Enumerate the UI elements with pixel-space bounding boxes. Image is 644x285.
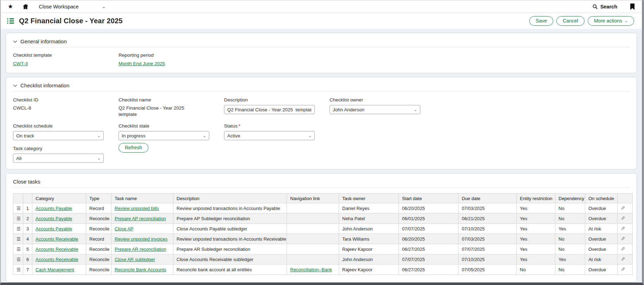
favorites-star-icon[interactable]: ★ [8, 4, 13, 10]
description-input[interactable] [224, 105, 315, 114]
category-link[interactable]: Accounts Payable [36, 226, 72, 231]
field-label: Checklist template [13, 52, 119, 58]
chevron-down-icon: ⌄ [97, 156, 101, 160]
category-link[interactable]: Cash Management [36, 267, 74, 272]
edit-cell[interactable]: ✎ [618, 224, 633, 234]
chevron-down-icon: ⌄ [102, 5, 106, 9]
checklist-schedule-select[interactable]: On track ⌄ [13, 131, 104, 140]
navigation-link[interactable]: Reconciliation--Bank [290, 267, 332, 272]
drag-handle-cell[interactable]: ☰ [13, 203, 23, 213]
navigation-link-cell [287, 213, 339, 224]
drag-handle-cell[interactable]: ☰ [13, 213, 23, 224]
entity-restriction-cell: No [517, 265, 555, 275]
collapse-chevron-icon[interactable] [13, 84, 17, 87]
entity-restriction-cell: Yes [517, 203, 555, 213]
due-date-cell: 07/05/2025 [459, 265, 517, 275]
checklist-icon[interactable] [7, 18, 14, 24]
save-button[interactable]: Save [529, 16, 553, 26]
status-select[interactable]: Active ⌄ [224, 131, 315, 140]
checklist-id-field: Checklist ID CWCL-8 [13, 97, 119, 111]
selected-value: Active [227, 133, 240, 138]
drag-handle-cell[interactable]: ☰ [13, 254, 23, 265]
category-link[interactable]: Accounts Receivable [36, 236, 78, 242]
checklist-schedule-field: Checklist schedule On track ⌄ [13, 123, 119, 140]
general-information-section: General information Checklist template C… [6, 33, 637, 73]
task-name-link[interactable]: Prepare AR reconciliation [115, 247, 166, 252]
task-owner-cell: John Anderson [339, 224, 399, 234]
category-link[interactable]: Accounts Payable [36, 206, 72, 211]
task-name-link[interactable]: Close AP [115, 226, 133, 231]
bookmark-icon[interactable] [630, 4, 635, 10]
chevron-down-icon: ⌄ [97, 134, 101, 138]
type-cell: Reconcile [86, 213, 111, 224]
dependency-cell: No [555, 265, 585, 275]
drag-handle-cell[interactable]: ☰ [13, 234, 23, 244]
more-actions-button[interactable]: More actions ⌄ [588, 16, 634, 26]
edit-cell[interactable]: ✎ [618, 203, 633, 213]
due-date-cell: 07/03/2025 [459, 234, 517, 244]
checklist-template-link[interactable]: CWT-3 [13, 61, 28, 66]
task-category-select[interactable]: All ⌄ [13, 154, 104, 163]
drag-handle-cell[interactable]: ☰ [13, 265, 23, 275]
category-cell: Accounts Receivable [32, 244, 86, 254]
category-link[interactable]: Accounts Payable [36, 216, 72, 221]
category-cell: Cash Management [32, 265, 86, 275]
checklist-state-select[interactable]: In progress ⌄ [119, 131, 209, 140]
refresh-button[interactable]: Refresh [119, 143, 148, 153]
drag-handle-cell[interactable]: ☰ [13, 224, 23, 234]
cancel-button[interactable]: Cancel [556, 16, 585, 26]
row-number-cell: 3 [23, 224, 32, 234]
task-name-link[interactable]: Reconcile Bank Accounts [115, 267, 166, 272]
type-cell: Reconcile [86, 224, 111, 234]
description-cell: Reconcile bank account at all entities [173, 265, 287, 275]
task-name-cell: Close AR subledger [111, 254, 173, 265]
category-cell: Accounts Receivable [32, 234, 86, 244]
search-button[interactable]: Search [592, 4, 617, 10]
description-cell: Review unposted transactions in Accounts… [173, 203, 287, 213]
column-header: Task owner [339, 194, 399, 203]
category-link[interactable]: Accounts Receivable [36, 247, 78, 252]
category-link[interactable]: Accounts Receivable [36, 257, 78, 262]
edit-cell[interactable]: ✎ [618, 244, 633, 254]
home-icon[interactable] [22, 3, 29, 10]
task-owner-cell: Daniel Reyes [339, 203, 399, 213]
search-label: Search [600, 4, 617, 10]
reporting-period-link[interactable]: Month End June 2025 [119, 61, 165, 66]
workspace-selector[interactable]: Close Workspace ⌄ [39, 4, 106, 10]
column-header: Start date [399, 194, 459, 203]
task-name-link[interactable]: Close AR subledger [115, 257, 155, 262]
edit-cell[interactable]: ✎ [618, 254, 633, 265]
column-header: Entity restriction [517, 194, 555, 203]
reporting-period-field: Reporting period Month End June 2025 [119, 52, 224, 67]
start-date-cell: 06/20/2025 [399, 203, 459, 213]
top-navigation-bar: ★ Close Workspace ⌄ Search [1, 0, 642, 13]
on-schedule-cell: Overdue [585, 203, 618, 213]
selected-value: All [16, 156, 21, 161]
table-row: ☰ 7 Cash Management Reconcile Reconcile … [13, 265, 633, 275]
edit-pencil-icon: ✎ [621, 215, 625, 222]
page-title: Q2 Financial Close - Year 2025 [19, 17, 123, 25]
page-header: Q2 Financial Close - Year 2025 Save Canc… [1, 13, 642, 29]
edit-cell[interactable]: ✎ [618, 213, 633, 224]
task-name-link[interactable]: Review unposted invoices [115, 236, 167, 242]
due-date-cell: 07/10/2025 [459, 254, 517, 265]
collapse-chevron-icon[interactable] [13, 40, 17, 43]
dependency-cell: No [555, 203, 585, 213]
field-label: Description [224, 97, 330, 103]
checklist-owner-select[interactable]: John Anderson ⌄ [330, 105, 420, 114]
category-cell: Accounts Receivable [32, 254, 86, 265]
column-header: Category [32, 194, 86, 203]
task-name-link[interactable]: Prepare AP reconciliation [115, 216, 166, 221]
column-header [23, 194, 32, 203]
drag-handle-cell[interactable]: ☰ [13, 244, 23, 254]
required-marker: * [238, 123, 240, 129]
selected-value: On track [16, 133, 34, 138]
task-name-link[interactable]: Review unposted bills [115, 206, 159, 211]
close-tasks-table: CategoryTypeTask nameDescriptionNavigati… [13, 193, 633, 275]
entity-restriction-cell: Yes [517, 244, 555, 254]
field-label: Checklist owner [330, 97, 439, 103]
chevron-down-icon: ⌄ [625, 19, 628, 23]
section-title: General information [20, 38, 67, 44]
edit-cell[interactable]: ✎ [618, 234, 633, 244]
edit-cell[interactable]: ✎ [618, 265, 633, 275]
